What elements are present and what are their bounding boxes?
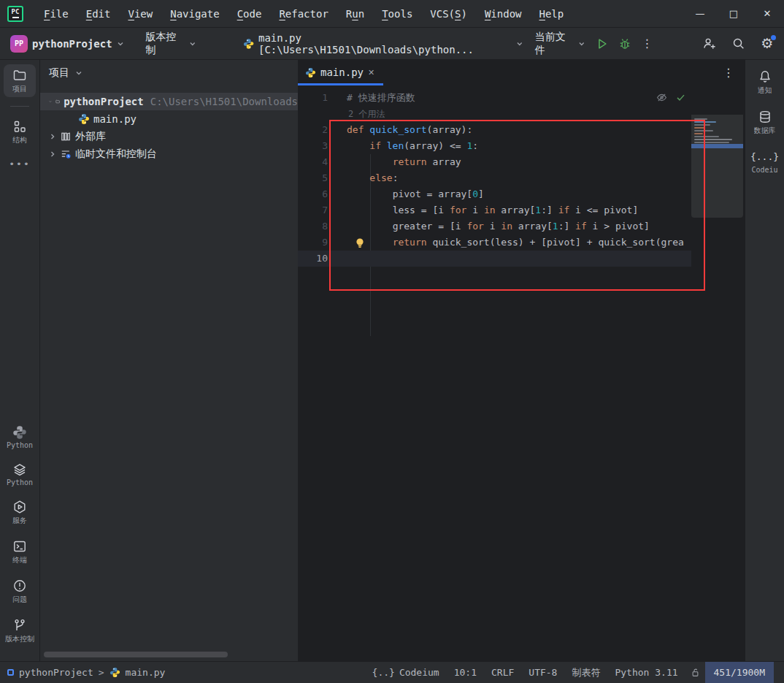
sidebar-item-python-console[interactable]: Python <box>4 421 36 452</box>
line-number[interactable]: 10 <box>298 251 332 267</box>
intention-bulb-icon[interactable] <box>355 237 365 248</box>
breadcrumb-project[interactable]: pythonProject <box>19 667 93 678</box>
code-line[interactable]: 2def quick_sort(array): <box>298 122 691 138</box>
line-number[interactable]: 6 <box>298 186 332 202</box>
code-line[interactable]: 9 return quick_sort(less) + [pivot] + qu… <box>298 234 691 251</box>
debug-button[interactable] <box>614 34 637 54</box>
close-button[interactable]: ✕ <box>750 0 784 27</box>
tree-row-external-libraries[interactable]: 外部库 <box>40 128 298 145</box>
menu-item-window[interactable]: Window <box>477 5 529 23</box>
vcs-widget[interactable]: 版本控制 <box>140 28 202 60</box>
project-root-path: C:\Users\H1501\Downloads <box>150 96 298 107</box>
sidebar-item-notifications[interactable]: 通知 <box>749 66 781 99</box>
chevron-down-icon[interactable] <box>49 98 52 105</box>
current-file-widget[interactable]: 当前文件 <box>529 28 591 60</box>
codeium-label: Codeium <box>399 667 439 678</box>
indent-widget[interactable]: 制表符 <box>564 662 607 683</box>
usages-hint[interactable]: 2 个用法 <box>298 106 691 122</box>
settings-button[interactable]: ⚙ <box>756 34 778 54</box>
line-number[interactable]: 9 <box>298 234 332 251</box>
code-line[interactable]: 7 less = [i for i in array[1:] if i <= p… <box>298 202 691 218</box>
code-text: # 快速排序函数 <box>332 90 415 106</box>
line-number[interactable]: 8 <box>298 218 332 234</box>
inspections-ok-check-icon[interactable] <box>675 92 686 103</box>
line-number[interactable]: 2 <box>298 122 332 138</box>
line-ending-widget[interactable]: CRLF <box>484 662 521 683</box>
left-sidebar-bottom: Python Python 服务 终端 问题 版本控制 <box>4 421 36 661</box>
menu-item-file[interactable]: File <box>36 5 76 23</box>
memory-indicator[interactable]: 451/1900M <box>705 662 774 683</box>
search-everywhere-button[interactable] <box>728 34 750 54</box>
tab-close-icon[interactable]: ✕ <box>368 68 374 77</box>
line-number[interactable]: 1 <box>298 90 332 106</box>
tree-row-scratches[interactable]: 临时文件和控制台 <box>40 145 298 163</box>
menu-item-run[interactable]: Run <box>339 5 372 23</box>
caret-position-widget[interactable]: 10:1 <box>447 662 484 683</box>
interpreter-widget[interactable]: Python 3.11 <box>607 662 685 683</box>
main-toolbar: PP pythonProject 版本控制 main.py [C:\Users\… <box>0 28 784 60</box>
menu-item-tools[interactable]: Tools <box>374 5 420 23</box>
sidebar-item-version-control[interactable]: 版本控制 <box>4 614 36 647</box>
sidebar-item-database[interactable]: 数据库 <box>749 106 781 139</box>
line-number[interactable]: 5 <box>298 170 332 186</box>
python-file-icon <box>78 113 90 125</box>
sidebar-item-project[interactable]: 项目 <box>4 64 36 97</box>
minimize-button[interactable]: — <box>683 0 717 27</box>
code-editor[interactable]: 1# 快速排序函数2 个用法2def quick_sort(array):3 i… <box>298 85 745 661</box>
code-text <box>332 251 347 267</box>
editor-area: main.py ✕ ⋮ 1# 快速排序函数2 个用法2def quick_sor… <box>298 60 745 661</box>
menu-item-help[interactable]: Help <box>532 5 572 23</box>
tree-row-project-root[interactable]: pythonProject C:\Users\H1501\Downloads <box>40 93 298 110</box>
code-line[interactable]: 1# 快速排序函数 <box>298 90 691 106</box>
menu-item-code[interactable]: Code <box>230 5 269 23</box>
more-tool-windows-button[interactable]: ••• <box>9 159 30 169</box>
code-line[interactable]: 3 if len(array) <= 1: <box>298 138 691 154</box>
layers-icon <box>12 462 27 477</box>
code-line[interactable]: 4 return array <box>298 154 691 170</box>
encoding-widget[interactable]: UTF-8 <box>521 662 564 683</box>
editor-options-kebab-icon[interactable]: ⋮ <box>723 66 734 80</box>
code-with-me-button[interactable] <box>698 34 720 54</box>
run-configuration-widget[interactable]: main.py [C:\Users\H1501\Downloads\python… <box>237 29 529 58</box>
code-line[interactable]: 5 else: <box>298 170 691 186</box>
line-number[interactable]: 7 <box>298 202 332 218</box>
menu-item-navigate[interactable]: Navigate <box>163 5 226 23</box>
project-widget[interactable]: PP pythonProject <box>4 32 130 56</box>
sidebar-item-terminal[interactable]: 终端 <box>4 535 36 568</box>
tree-row-main-py[interactable]: main.py <box>40 110 298 128</box>
sidebar-item-codeium[interactable]: {...} Codeiu <box>749 146 781 177</box>
minimap[interactable] <box>691 115 743 218</box>
line-number[interactable] <box>298 106 332 122</box>
menu-item-refactor[interactable]: Refactor <box>272 5 335 23</box>
line-number[interactable]: 4 <box>298 154 332 170</box>
chevron-right-icon[interactable] <box>49 133 56 140</box>
code-text: def quick_sort(array): <box>332 122 472 138</box>
project-panel-header[interactable]: 项目 <box>40 60 298 86</box>
breadcrumb[interactable]: pythonProject > main.py <box>0 667 165 678</box>
sidebar-item-structure[interactable]: 结构 <box>4 115 36 148</box>
readonly-toggle[interactable] <box>685 662 705 683</box>
highlighting-off-eye-icon[interactable] <box>656 91 668 104</box>
status-widgets: {..} Codeium 10:1 CRLF UTF-8 制表符 Python … <box>365 662 784 683</box>
project-horizontal-scrollbar[interactable] <box>44 652 228 657</box>
project-panel-title: 项目 <box>49 66 69 80</box>
code-line[interactable]: 8 greater = [i for i in array[1:] if i >… <box>298 218 691 234</box>
chevron-right-icon[interactable] <box>49 150 56 158</box>
codeium-status-widget[interactable]: {..} Codeium <box>365 662 447 683</box>
code-line[interactable]: 6 pivot = array[0] <box>298 186 691 202</box>
sidebar-item-problems[interactable]: 问题 <box>4 575 36 608</box>
tab-main-py[interactable]: main.py ✕ <box>298 60 383 85</box>
run-button[interactable] <box>591 34 614 54</box>
more-actions-button[interactable]: ⋮ <box>636 34 658 54</box>
code-line[interactable]: 10 <box>298 251 691 267</box>
menu-item-view[interactable]: View <box>120 5 160 23</box>
maximize-button[interactable]: □ <box>717 0 750 27</box>
line-number[interactable]: 3 <box>298 138 332 154</box>
menu-item-edit[interactable]: Edit <box>79 5 118 23</box>
module-icon <box>7 669 14 676</box>
sidebar-item-services[interactable]: 服务 <box>4 496 36 529</box>
sidebar-item-python-packages[interactable]: Python <box>4 459 36 489</box>
pycharm-logo-icon[interactable]: PC <box>7 6 23 22</box>
menu-item-vcs[interactable]: VCS(S) <box>423 5 474 23</box>
breadcrumb-file[interactable]: main.py <box>126 667 166 678</box>
